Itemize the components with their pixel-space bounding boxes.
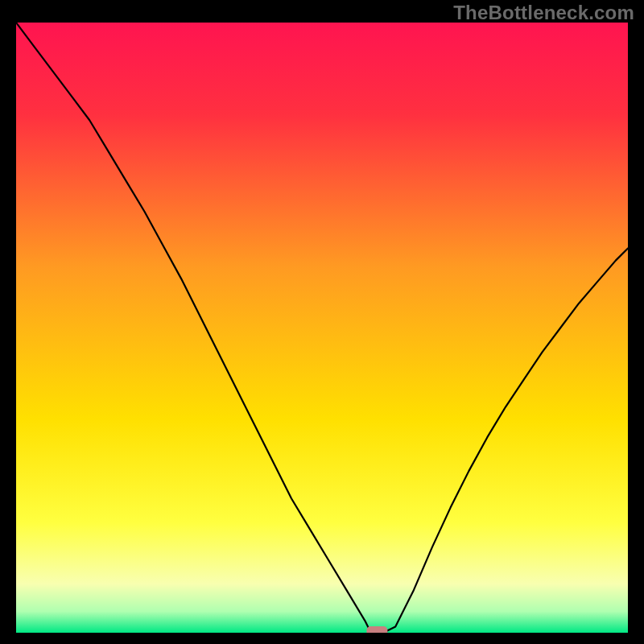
chart-container: TheBottleneck.com xyxy=(0,0,644,644)
chart-background xyxy=(16,23,628,633)
bottleneck-curve-chart xyxy=(16,23,628,633)
watermark-text: TheBottleneck.com xyxy=(453,2,634,24)
optimal-point-marker xyxy=(366,626,387,633)
